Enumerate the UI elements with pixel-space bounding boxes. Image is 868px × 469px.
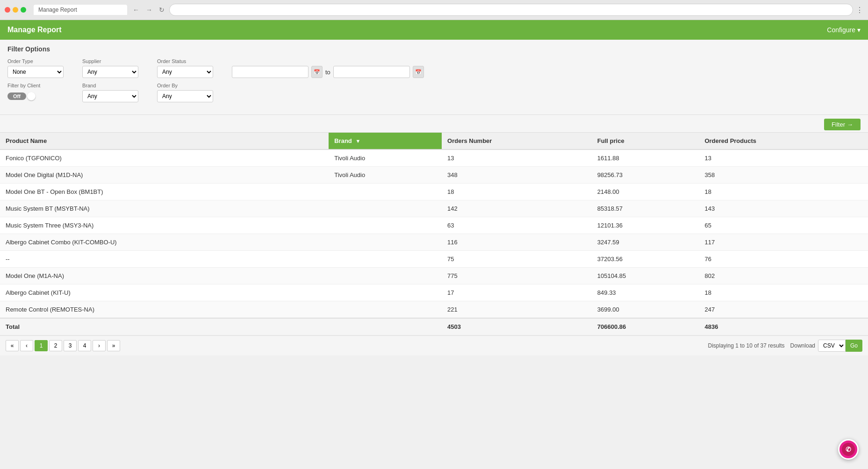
cell-orders_number: 13 bbox=[442, 149, 592, 167]
forward-button[interactable]: → bbox=[144, 5, 154, 14]
cell-brand bbox=[329, 284, 442, 301]
table-row: --7537203.5676 bbox=[0, 251, 868, 268]
order-status-group: Order Status Any Open Closed bbox=[157, 58, 213, 78]
order-status-select[interactable]: Any Open Closed bbox=[157, 66, 213, 78]
cell-product_name: Model One (M1A-NA) bbox=[0, 268, 329, 284]
cell-brand bbox=[329, 234, 442, 251]
supplier-select[interactable]: Any bbox=[82, 66, 138, 78]
page-4-button[interactable]: 4 bbox=[78, 340, 91, 351]
address-bar[interactable] bbox=[169, 4, 853, 16]
cell-orders_number: 18 bbox=[442, 184, 592, 200]
cell-ordered_products: 143 bbox=[699, 200, 868, 217]
close-button[interactable] bbox=[5, 7, 10, 13]
brand-select[interactable]: Any bbox=[82, 90, 138, 102]
cell-brand: Tivoli Audio bbox=[329, 167, 442, 184]
browser-menu-button[interactable]: ⋮ bbox=[856, 6, 863, 14]
col-product-name[interactable]: Product Name bbox=[0, 133, 329, 149]
toggle-wrap[interactable]: Off bbox=[7, 92, 64, 100]
page-1-button[interactable]: 1 bbox=[35, 340, 48, 351]
filter-actions: Filter → bbox=[0, 115, 868, 133]
configure-button[interactable]: Configure ▾ bbox=[827, 26, 861, 34]
traffic-lights bbox=[5, 7, 26, 13]
pagination-buttons: « ‹ 1 2 3 4 › » bbox=[6, 340, 120, 351]
total-cell: 706600.86 bbox=[592, 318, 699, 335]
cell-brand: Tivoli Audio bbox=[329, 149, 442, 167]
tab-bar: Manage Report bbox=[34, 5, 127, 15]
cell-full_price: 3699.00 bbox=[592, 301, 699, 319]
download-section: Download CSV Go bbox=[790, 340, 862, 352]
order-type-group: Order Type None Sale Return bbox=[7, 58, 64, 78]
cell-product_name: Music System Three (MSY3-NA) bbox=[0, 217, 329, 234]
cell-ordered_products: 18 bbox=[699, 284, 868, 301]
cell-product_name: Music System BT (MSYBT-NA) bbox=[0, 200, 329, 217]
date-from-input[interactable] bbox=[232, 66, 308, 78]
filter-button[interactable]: Filter → bbox=[824, 119, 861, 130]
table-row: Albergo Cabinet (KIT-U)17849.3318 bbox=[0, 284, 868, 301]
cell-full_price: 12101.36 bbox=[592, 217, 699, 234]
table-row: Music System BT (MSYBT-NA)14285318.57143 bbox=[0, 200, 868, 217]
cell-product_name: Albergo Cabinet Combo (KIT-COMBO-U) bbox=[0, 234, 329, 251]
cell-full_price: 105104.85 bbox=[592, 268, 699, 284]
supplier-group: Supplier Any bbox=[82, 58, 138, 78]
cell-orders_number: 348 bbox=[442, 167, 592, 184]
next-page-button[interactable]: › bbox=[93, 340, 106, 351]
page-2-button[interactable]: 2 bbox=[49, 340, 62, 351]
prev-page-button[interactable]: ‹ bbox=[20, 340, 33, 351]
filter-section: Filter Options Order Type None Sale Retu… bbox=[0, 40, 868, 115]
cell-orders_number: 63 bbox=[442, 217, 592, 234]
browser-chrome: Manage Report ← → ↻ ⋮ bbox=[0, 0, 868, 20]
filter-arrow-icon: → bbox=[847, 121, 853, 128]
cell-orders_number: 17 bbox=[442, 284, 592, 301]
table-row: Model One BT - Open Box (BM1BT)182148.00… bbox=[0, 184, 868, 200]
refresh-button[interactable]: ↻ bbox=[157, 5, 166, 14]
cell-orders_number: 221 bbox=[442, 301, 592, 319]
page-title: Manage Report bbox=[7, 26, 62, 34]
last-page-button[interactable]: » bbox=[107, 340, 120, 351]
filter-btn-label: Filter bbox=[832, 121, 845, 128]
col-ordered-products[interactable]: Ordered Products bbox=[699, 133, 868, 149]
toggle-off-label: Off bbox=[7, 92, 26, 100]
col-orders-number[interactable]: Orders Number bbox=[442, 133, 592, 149]
col-brand[interactable]: Brand ▼ bbox=[329, 133, 442, 149]
cell-brand bbox=[329, 217, 442, 234]
go-button[interactable]: Go bbox=[846, 340, 862, 352]
cell-orders_number: 775 bbox=[442, 268, 592, 284]
minimize-button[interactable] bbox=[13, 7, 18, 13]
filter-by-client-group: Filter by Client Off bbox=[7, 83, 64, 100]
order-by-label: Order By bbox=[157, 83, 213, 88]
cell-orders_number: 116 bbox=[442, 234, 592, 251]
calendar-from-button[interactable]: 📅 bbox=[311, 66, 323, 78]
total-cell: 4503 bbox=[442, 318, 592, 335]
cell-full_price: 85318.57 bbox=[592, 200, 699, 217]
configure-label: Configure bbox=[827, 26, 855, 34]
brand-label: Brand bbox=[82, 83, 138, 88]
filter-row-1: Order Type None Sale Return Supplier Any… bbox=[7, 58, 861, 78]
cell-product_name: -- bbox=[0, 251, 329, 268]
calendar-to-button[interactable]: 📅 bbox=[413, 66, 424, 78]
browser-tab[interactable]: Manage Report bbox=[34, 5, 127, 15]
download-controls: CSV Go bbox=[818, 340, 862, 352]
cell-orders_number: 75 bbox=[442, 251, 592, 268]
total-row: Total4503706600.864836 bbox=[0, 318, 868, 335]
app-header: Manage Report Configure ▾ bbox=[0, 20, 868, 40]
total-label: Total bbox=[0, 318, 329, 335]
maximize-button[interactable] bbox=[21, 7, 26, 13]
order-by-group: Order By Any bbox=[157, 83, 213, 102]
table-row: Albergo Cabinet Combo (KIT-COMBO-U)11632… bbox=[0, 234, 868, 251]
order-type-select[interactable]: None Sale Return bbox=[7, 66, 64, 78]
cell-full_price: 1611.88 bbox=[592, 149, 699, 167]
date-to-separator: to bbox=[325, 69, 330, 76]
page-3-button[interactable]: 3 bbox=[64, 340, 77, 351]
format-select[interactable]: CSV bbox=[818, 340, 846, 352]
cell-full_price: 849.33 bbox=[592, 284, 699, 301]
date-to-input[interactable] bbox=[333, 66, 410, 78]
first-page-button[interactable]: « bbox=[6, 340, 19, 351]
order-by-select[interactable]: Any bbox=[157, 90, 213, 102]
col-full-price[interactable]: Full price bbox=[592, 133, 699, 149]
cell-full_price: 2148.00 bbox=[592, 184, 699, 200]
pagination-bar: « ‹ 1 2 3 4 › » Displaying 1 to 10 of 37… bbox=[0, 335, 868, 355]
cell-product_name: Model One Digital (M1D-NA) bbox=[0, 167, 329, 184]
order-status-label: Order Status bbox=[157, 58, 213, 64]
back-button[interactable]: ← bbox=[131, 5, 141, 14]
toggle-knob bbox=[27, 92, 36, 100]
